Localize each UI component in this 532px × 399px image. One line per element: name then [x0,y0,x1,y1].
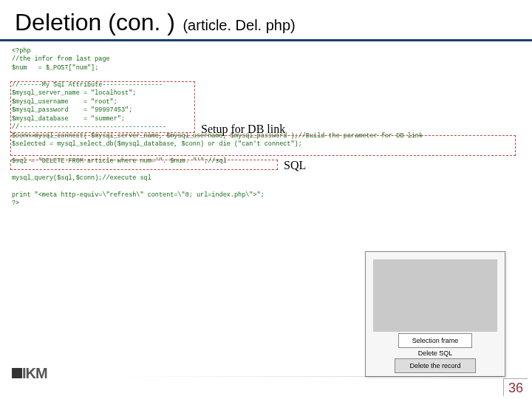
code-line: $mysql_database = "summer"; [12,115,125,123]
annotation-sql: SQL [284,157,306,174]
code-line: $num = $_POST["num"]; [12,64,98,72]
code-line: $selected = mysql_select_db($mysql_datab… [12,140,302,148]
code-line: $mysql_password = "99997453"; [12,106,132,114]
annotation-setup: Setup for DB link [201,121,285,137]
code-line: //--------------------------------------… [12,123,166,131]
thumb-step-deleterecord: Delete the record [395,358,476,373]
code-line: <?php [12,47,31,55]
code-line: print "<meta http-equiv=\"refresh\" cont… [12,191,265,199]
logo-text: IKM [22,365,47,382]
thumbnail-bg [373,259,497,332]
footer-logo: IKM [12,361,108,386]
logo-square-icon [12,368,22,378]
footer-divider [111,376,502,377]
code-line: mysql_query($sql,$conn);//execute sql [12,174,151,182]
slide-title-sub: (article. Del. php) [183,17,295,33]
code-line: //------My Sql Attribute---------------- [12,81,163,89]
code-line: $mysql_username = "root"; [12,98,117,106]
code-line: $sql = "DELETE FROM article where num='"… [12,157,227,165]
page-number: 36 [503,378,528,396]
thumbnail-flow: Selection frame Delete SQL Delete the re… [365,251,505,377]
code-line: //the infor from last page [12,55,110,63]
code-line: $mysql_server_name = "localhost"; [12,89,136,97]
slide-title-main: Deletion (con. ) [15,9,175,35]
code-block: <?php //the infor from last page $num = … [0,41,532,259]
thumb-step-selection: Selection frame [398,333,472,348]
code-line: ?> [12,200,19,207]
